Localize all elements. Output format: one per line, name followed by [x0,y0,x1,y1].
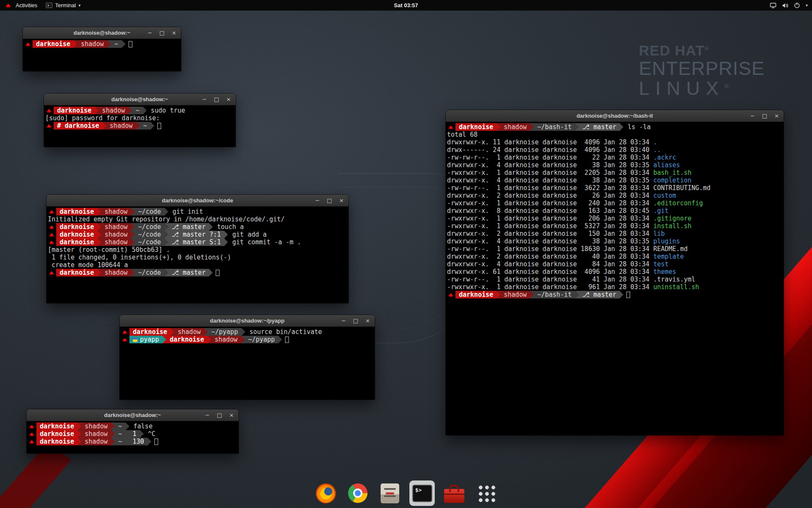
terminal-content[interactable]: darknoiseshadow~ sudo true[sudo] passwor… [44,105,236,130]
terminal-window[interactable]: darknoise@shadow:~ − □ × darknoiseshadow… [27,409,239,453]
powerline-separator [165,269,168,276]
terminal-window[interactable]: darknoise@shadow:~/bash-it − □ × darknoi… [446,110,784,435]
maximize-button[interactable]: □ [217,409,222,421]
terminal-line: darknoiseshadow~/code git init [48,208,347,215]
minimize-button[interactable]: − [205,409,210,421]
minimize-button[interactable]: − [148,27,152,39]
powerline-separator [165,238,168,246]
command-text: git add a [228,231,266,238]
maximize-button[interactable]: □ [762,110,767,122]
prompt-segment: ~/code [134,208,164,215]
powerline-separator [126,438,129,445]
volume-icon[interactable] [782,3,788,8]
terminal-content[interactable]: darknoiseshadow~ falsedarknoiseshadow~1 … [27,421,239,445]
terminal-content[interactable]: darknoiseshadow~/code git initInitialize… [47,207,348,276]
powerline-separator [97,223,101,231]
activities-button[interactable]: Activities [4,0,37,11]
dock-toolbox[interactable] [442,480,467,506]
close-button[interactable]: × [226,94,231,105]
terminal-line: -rw-rw-r--. 1 darknoise darknoise 3622 J… [447,184,782,192]
redhat-prompt-icon [47,124,52,128]
terminal-window[interactable]: darknoise@shadow:~ − □ × darknoiseshadow… [23,27,181,71]
dock-terminal[interactable]: $> [409,480,435,506]
prompt-segment: shadow [174,328,204,336]
terminal-text: CONTRIBUTING.md [653,184,710,192]
powerline-separator [77,438,81,445]
terminal-content[interactable]: darknoiseshadow~/pyapp source bin/activa… [120,327,375,343]
system-menu-chevron-icon[interactable]: ▾ [806,3,808,8]
window-titlebar[interactable]: darknoise@shadow:~ − □ × [44,94,236,105]
maximize-button[interactable]: □ [214,94,219,105]
display-icon[interactable] [770,3,776,8]
maximize-button[interactable]: □ [159,27,165,39]
terminal-text: drwxrwxr-x. 2 darknoise darknoise 26 Jan… [447,192,653,199]
terminal-window[interactable]: darknoise@shadow:~ − □ × darknoiseshadow… [44,94,236,147]
powerline-separator [131,269,134,276]
clock[interactable]: Sat 03:57 [394,2,418,8]
terminal-text: themes [653,268,676,276]
terminal-line: darknoiseshadow~ [24,40,180,48]
close-button[interactable]: × [774,110,779,122]
terminal-line: drwxrwxr-x. 2 darknoise darknoise 40 Jan… [447,253,782,260]
minimize-button[interactable]: − [341,315,346,327]
redhat-prompt-icon [122,337,127,342]
terminal-text: .editorconfig [653,199,703,207]
terminal-text: [sudo] password for darknoise: [45,114,160,122]
powerline-separator [209,269,213,276]
prompt-segment: darknoise [56,223,97,231]
window-titlebar[interactable]: darknoise@shadow:~ − □ × [27,409,239,421]
terminal-text: custom [653,192,676,199]
terminal-text: -rwxrwxr-x. 1 darknoise darknoise 2205 J… [447,169,653,177]
powerline-separator [224,231,228,238]
minimize-button[interactable]: − [202,94,207,105]
terminal-text: drwxrwxr-x. 8 darknoise darknoise 163 Ja… [447,207,653,215]
minimize-button[interactable]: − [750,110,755,122]
window-titlebar[interactable]: darknoise@shadow:~/bash-it − □ × [446,110,784,122]
terminal-line: drwxrwxr-x. 61 darknoise darknoise 4096 … [447,268,782,276]
terminal-content[interactable]: darknoiseshadow~ [23,39,181,48]
terminal-text: .. [653,146,661,154]
command-text: false [130,422,153,430]
window-titlebar[interactable]: darknoise@shadow:~ − □ × [23,27,181,39]
terminal-cursor [285,337,289,343]
maximize-button[interactable]: □ [353,315,358,327]
terminal-line: drwxrwxr-x. 2 darknoise darknoise 26 Jan… [447,192,782,199]
terminal-window[interactable]: darknoise@shadow:~/code − □ × darknoises… [47,195,348,303]
prompt-segment: shadow [211,336,241,343]
window-titlebar[interactable]: darknoise@shadow:~/code − □ × [47,195,348,207]
top-bar: Activities Terminal ▾ Sat 03:57 ▾ [0,0,812,11]
close-button[interactable]: × [229,409,234,421]
prompt-segment: shadow [101,231,131,238]
command-text: ls -la [624,123,650,131]
prompt-segment: darknoise [56,269,97,276]
terminal-content[interactable]: darknoiseshadow~/bash-it⎇ master ls -lat… [446,122,784,298]
powerline-separator [95,107,99,114]
prompt-segment: darknoise [166,336,207,343]
dock-app-grid[interactable] [474,480,499,506]
powerline-separator [278,336,282,343]
maximize-button[interactable]: □ [327,195,332,207]
app-menu-terminal[interactable]: Terminal ▾ [46,0,80,11]
powerline-separator [128,107,132,114]
redhat-prompt-icon [122,330,127,334]
powerline-separator [162,336,166,343]
prompt-segment: ~/code [134,231,164,238]
prompt-segment: darknoise [455,291,497,298]
terminal-line: darknoiseshadow~/code⎇ master S:1 git co… [48,238,347,246]
terminal-text: install.sh [653,222,691,230]
terminal-text: template [653,253,684,260]
terminal-text: drwxrwxr-x. 4 darknoise darknoise 38 Jan… [447,161,653,169]
minimize-button[interactable]: − [315,195,320,207]
terminal-line: -rwxrwxr-x. 1 darknoise darknoise 2205 J… [447,169,782,177]
terminal-window[interactable]: darknoise@shadow:~/pyapp − □ × darknoise… [120,315,375,400]
close-button[interactable]: × [365,315,370,327]
dock-firefox[interactable] [313,480,338,506]
power-icon[interactable] [794,2,800,8]
dock-chrome[interactable] [345,480,370,506]
window-titlebar[interactable]: darknoise@shadow:~/pyapp − □ × [120,315,375,327]
prompt-segment: darknoise [455,123,497,131]
close-button[interactable]: × [339,195,344,207]
close-button[interactable]: × [172,27,176,39]
dock-files[interactable] [377,480,403,506]
toolbox-icon [444,489,464,503]
